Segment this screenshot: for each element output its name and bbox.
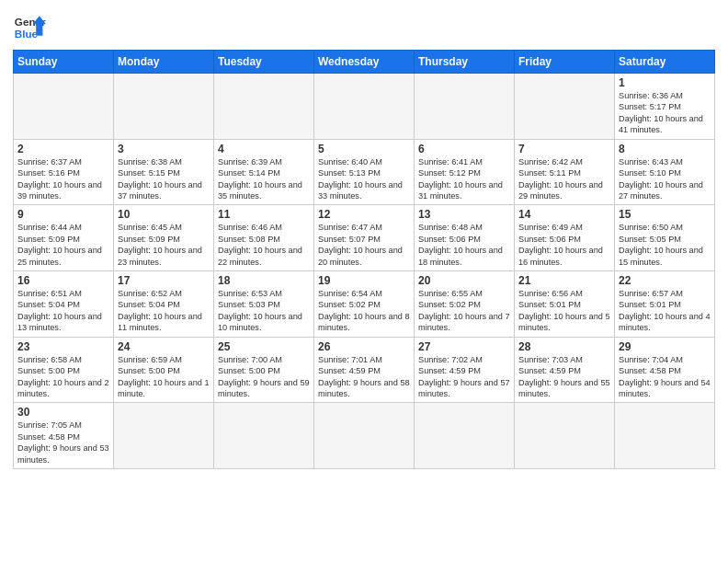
day-info: Sunrise: 6:52 AM Sunset: 5:04 PM Dayligh… bbox=[118, 288, 210, 334]
day-info: Sunrise: 6:58 AM Sunset: 5:00 PM Dayligh… bbox=[17, 354, 109, 400]
week-row-2: 9Sunrise: 6:44 AM Sunset: 5:09 PM Daylig… bbox=[14, 205, 715, 271]
day-info: Sunrise: 6:57 AM Sunset: 5:01 PM Dayligh… bbox=[619, 288, 711, 334]
calendar-cell: 3Sunrise: 6:38 AM Sunset: 5:15 PM Daylig… bbox=[114, 139, 214, 205]
calendar-cell bbox=[515, 403, 615, 469]
day-info: Sunrise: 6:46 AM Sunset: 5:08 PM Dayligh… bbox=[218, 222, 310, 268]
day-info: Sunrise: 6:48 AM Sunset: 5:06 PM Dayligh… bbox=[418, 222, 510, 268]
day-number: 7 bbox=[518, 143, 610, 155]
calendar-cell bbox=[615, 403, 715, 469]
calendar-cell: 15Sunrise: 6:50 AM Sunset: 5:05 PM Dayli… bbox=[615, 205, 715, 271]
day-info: Sunrise: 6:54 AM Sunset: 5:02 PM Dayligh… bbox=[318, 288, 410, 334]
calendar-cell bbox=[314, 74, 415, 140]
day-number: 1 bbox=[619, 76, 711, 89]
calendar-cell: 17Sunrise: 6:52 AM Sunset: 5:04 PM Dayli… bbox=[114, 271, 214, 338]
day-info: Sunrise: 6:42 AM Sunset: 5:11 PM Dayligh… bbox=[518, 156, 610, 202]
day-number: 28 bbox=[518, 340, 610, 353]
calendar-cell: 23Sunrise: 6:58 AM Sunset: 5:00 PM Dayli… bbox=[14, 337, 114, 403]
day-number: 22 bbox=[619, 274, 711, 287]
calendar-cell bbox=[214, 403, 314, 469]
calendar-cell: 8Sunrise: 6:43 AM Sunset: 5:10 PM Daylig… bbox=[615, 139, 715, 205]
day-number: 13 bbox=[418, 208, 510, 221]
calendar-cell: 5Sunrise: 6:40 AM Sunset: 5:13 PM Daylig… bbox=[314, 139, 415, 205]
day-info: Sunrise: 6:39 AM Sunset: 5:14 PM Dayligh… bbox=[218, 156, 310, 202]
day-info: Sunrise: 6:59 AM Sunset: 5:00 PM Dayligh… bbox=[118, 354, 210, 400]
day-number: 12 bbox=[318, 208, 410, 221]
weekday-thursday: Thursday bbox=[415, 51, 515, 74]
day-info: Sunrise: 6:41 AM Sunset: 5:12 PM Dayligh… bbox=[418, 156, 510, 202]
calendar-cell: 1Sunrise: 6:36 AM Sunset: 5:17 PM Daylig… bbox=[615, 74, 715, 140]
calendar-cell: 10Sunrise: 6:45 AM Sunset: 5:09 PM Dayli… bbox=[114, 205, 214, 271]
day-number: 5 bbox=[318, 143, 410, 155]
day-number: 4 bbox=[218, 143, 310, 155]
day-info: Sunrise: 6:45 AM Sunset: 5:09 PM Dayligh… bbox=[118, 222, 210, 268]
day-number: 9 bbox=[17, 208, 109, 221]
calendar-cell: 20Sunrise: 6:55 AM Sunset: 5:02 PM Dayli… bbox=[415, 271, 515, 338]
week-row-4: 23Sunrise: 6:58 AM Sunset: 5:00 PM Dayli… bbox=[14, 337, 715, 403]
day-info: Sunrise: 6:53 AM Sunset: 5:03 PM Dayligh… bbox=[218, 288, 310, 334]
day-number: 15 bbox=[619, 208, 711, 221]
day-info: Sunrise: 6:51 AM Sunset: 5:04 PM Dayligh… bbox=[17, 288, 109, 334]
day-info: Sunrise: 6:56 AM Sunset: 5:01 PM Dayligh… bbox=[518, 288, 610, 334]
calendar-cell: 27Sunrise: 7:02 AM Sunset: 4:59 PM Dayli… bbox=[415, 337, 515, 403]
weekday-friday: Friday bbox=[515, 51, 615, 74]
calendar-cell: 22Sunrise: 6:57 AM Sunset: 5:01 PM Dayli… bbox=[615, 271, 715, 338]
day-info: Sunrise: 7:01 AM Sunset: 4:59 PM Dayligh… bbox=[318, 354, 410, 400]
weekday-wednesday: Wednesday bbox=[314, 51, 415, 74]
day-number: 2 bbox=[17, 143, 109, 155]
calendar-cell: 18Sunrise: 6:53 AM Sunset: 5:03 PM Dayli… bbox=[214, 271, 314, 338]
day-info: Sunrise: 6:49 AM Sunset: 5:06 PM Dayligh… bbox=[518, 222, 610, 268]
calendar-cell bbox=[214, 74, 314, 140]
calendar-cell: 19Sunrise: 6:54 AM Sunset: 5:02 PM Dayli… bbox=[314, 271, 415, 338]
day-number: 10 bbox=[118, 208, 210, 221]
day-info: Sunrise: 7:05 AM Sunset: 4:58 PM Dayligh… bbox=[17, 419, 109, 465]
day-number: 3 bbox=[118, 143, 210, 155]
calendar-cell: 6Sunrise: 6:41 AM Sunset: 5:12 PM Daylig… bbox=[415, 139, 515, 205]
day-number: 27 bbox=[418, 340, 510, 353]
header: General Blue bbox=[13, 9, 715, 42]
calendar-cell: 2Sunrise: 6:37 AM Sunset: 5:16 PM Daylig… bbox=[14, 139, 114, 205]
week-row-3: 16Sunrise: 6:51 AM Sunset: 5:04 PM Dayli… bbox=[14, 271, 715, 338]
day-info: Sunrise: 7:02 AM Sunset: 4:59 PM Dayligh… bbox=[418, 354, 510, 400]
calendar-cell bbox=[314, 403, 415, 469]
day-number: 23 bbox=[17, 340, 109, 353]
calendar-cell: 21Sunrise: 6:56 AM Sunset: 5:01 PM Dayli… bbox=[515, 271, 615, 338]
day-number: 8 bbox=[619, 143, 711, 155]
week-row-0: 1Sunrise: 6:36 AM Sunset: 5:17 PM Daylig… bbox=[14, 74, 715, 140]
calendar-cell: 16Sunrise: 6:51 AM Sunset: 5:04 PM Dayli… bbox=[14, 271, 114, 338]
day-info: Sunrise: 6:36 AM Sunset: 5:17 PM Dayligh… bbox=[619, 90, 711, 136]
calendar-cell: 7Sunrise: 6:42 AM Sunset: 5:11 PM Daylig… bbox=[515, 139, 615, 205]
weekday-monday: Monday bbox=[114, 51, 214, 74]
calendar-cell bbox=[515, 74, 615, 140]
day-number: 11 bbox=[218, 208, 310, 221]
logo-icon: General Blue bbox=[13, 9, 46, 42]
weekday-saturday: Saturday bbox=[615, 51, 715, 74]
day-number: 16 bbox=[17, 274, 109, 287]
day-info: Sunrise: 7:04 AM Sunset: 4:58 PM Dayligh… bbox=[619, 354, 711, 400]
calendar-cell bbox=[14, 74, 114, 140]
calendar-cell: 29Sunrise: 7:04 AM Sunset: 4:58 PM Dayli… bbox=[615, 337, 715, 403]
day-number: 20 bbox=[418, 274, 510, 287]
weekday-header-row: SundayMondayTuesdayWednesdayThursdayFrid… bbox=[14, 51, 715, 74]
calendar-cell: 9Sunrise: 6:44 AM Sunset: 5:09 PM Daylig… bbox=[14, 205, 114, 271]
page: General Blue SundayMondayTuesdayWednesda… bbox=[0, 0, 728, 563]
weekday-sunday: Sunday bbox=[14, 51, 114, 74]
calendar-cell: 12Sunrise: 6:47 AM Sunset: 5:07 PM Dayli… bbox=[314, 205, 415, 271]
calendar-cell: 30Sunrise: 7:05 AM Sunset: 4:58 PM Dayli… bbox=[14, 403, 114, 469]
calendar-cell: 4Sunrise: 6:39 AM Sunset: 5:14 PM Daylig… bbox=[214, 139, 314, 205]
calendar-cell bbox=[415, 74, 515, 140]
calendar-cell: 13Sunrise: 6:48 AM Sunset: 5:06 PM Dayli… bbox=[415, 205, 515, 271]
day-number: 30 bbox=[17, 406, 109, 419]
weekday-tuesday: Tuesday bbox=[214, 51, 314, 74]
day-number: 26 bbox=[318, 340, 410, 353]
calendar-cell: 28Sunrise: 7:03 AM Sunset: 4:59 PM Dayli… bbox=[515, 337, 615, 403]
day-info: Sunrise: 6:38 AM Sunset: 5:15 PM Dayligh… bbox=[118, 156, 210, 202]
calendar-cell: 26Sunrise: 7:01 AM Sunset: 4:59 PM Dayli… bbox=[314, 337, 415, 403]
calendar-cell bbox=[114, 403, 214, 469]
day-info: Sunrise: 7:03 AM Sunset: 4:59 PM Dayligh… bbox=[518, 354, 610, 400]
logo: General Blue bbox=[13, 9, 46, 42]
day-info: Sunrise: 6:44 AM Sunset: 5:09 PM Dayligh… bbox=[17, 222, 109, 268]
day-number: 18 bbox=[218, 274, 310, 287]
day-number: 29 bbox=[619, 340, 711, 353]
day-number: 24 bbox=[118, 340, 210, 353]
day-number: 21 bbox=[518, 274, 610, 287]
